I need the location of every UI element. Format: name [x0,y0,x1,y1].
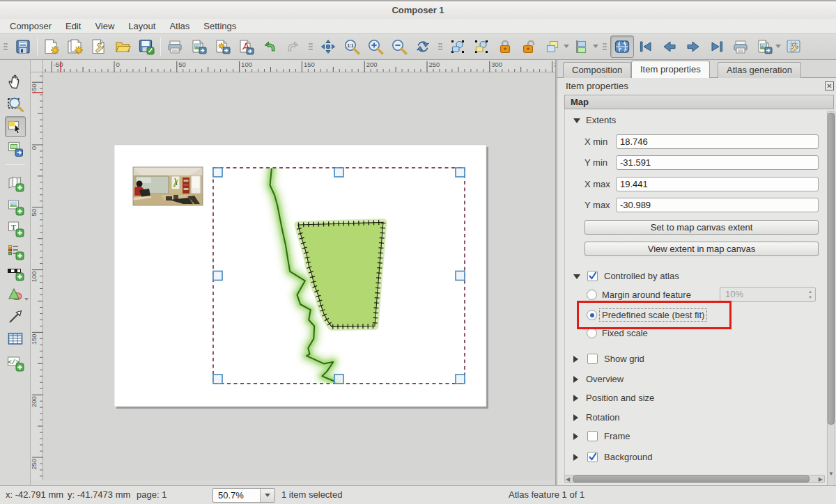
save-as-template-button[interactable] [134,36,158,58]
expand-arrow-icon[interactable] [573,433,578,440]
deselect-all-items-button[interactable] [470,36,493,58]
button-set-to-map-canvas-extent[interactable]: Set to map canvas extent [585,220,819,235]
atlas-first-feature-button[interactable] [634,36,658,58]
add-basic-shape-button[interactable] [5,284,26,305]
checkbox-background[interactable] [587,452,598,462]
menu-layout[interactable]: Layout [121,19,162,33]
add-image-button[interactable] [5,196,26,217]
dropdown-arrow-icon[interactable] [24,298,29,301]
redo-button[interactable] [281,36,305,58]
lock-selected-items-button[interactable] [493,36,517,58]
expand-arrow-icon[interactable] [573,414,578,421]
export-as-svg-button[interactable] [210,36,234,58]
align-items-button[interactable] [570,36,594,58]
dropdown-arrow-icon[interactable] [775,45,781,48]
pan-composer-button[interactable] [5,71,26,92]
save-project-button[interactable] [11,36,35,58]
expand-arrow-icon[interactable] [573,454,578,461]
radio-label-margin-around-feature[interactable]: Margin around feature [602,290,691,300]
tab-atlas-generation[interactable]: Atlas generation [718,62,801,78]
zoom-combo-dropdown-icon[interactable] [260,489,274,502]
dropdown-arrow-icon[interactable] [593,45,598,48]
tab-composition[interactable]: Composition [563,62,631,78]
field-y-max[interactable]: -30.989 [616,198,819,212]
group-label-position-and-size[interactable]: Position and size [586,393,654,403]
composition-manager-button[interactable] [87,36,111,58]
group-label-frame[interactable]: Frame [604,431,630,441]
radio-margin-around-feature[interactable] [587,290,597,300]
menu-atlas[interactable]: Atlas [162,19,196,33]
select-all-items-button[interactable] [446,36,470,58]
menu-edit[interactable]: Edit [59,19,88,33]
zoom-full-button[interactable] [316,36,340,58]
refresh-view-button[interactable] [411,36,435,58]
spinner-margin-value[interactable]: 10%▲▼ [720,287,816,302]
menu-settings[interactable]: Settings [196,19,243,33]
radio-fixed-scale[interactable] [587,328,597,338]
picture-item[interactable] [133,167,203,205]
dropdown-arrow-icon[interactable] [564,45,569,48]
export-as-pdf-button[interactable] [234,36,258,58]
preview-atlas-button[interactable] [610,36,634,58]
map-item[interactable] [213,168,465,384]
expand-arrow-icon[interactable] [573,395,578,402]
group-label-rotation[interactable]: Rotation [586,412,619,423]
dock-close-button[interactable]: ✕ [825,81,834,90]
button-view-extent-in-map-canvas[interactable]: View extent in map canvas [585,242,819,256]
spinner-arrows-icon[interactable]: ▲▼ [808,289,812,300]
zoom-100-button[interactable]: 1:1 [340,36,364,58]
checkbox-show-grid[interactable] [587,354,598,364]
scroll-right-arrow[interactable]: ▶ [819,476,823,482]
print-atlas-button[interactable] [729,36,752,58]
field-x-max[interactable]: 19.441 [616,177,819,191]
atlas-last-feature-button[interactable] [705,36,729,58]
group-label-show-grid[interactable]: Show grid [604,354,644,364]
group-label-controlled-by-atlas[interactable]: Controlled by atlas [604,271,679,281]
add-attribute-table-button[interactable] [5,329,26,349]
add-html-frame-button[interactable]: </> [5,352,26,373]
atlas-next-feature-button[interactable] [681,36,705,58]
composition-canvas[interactable] [43,72,555,480]
scroll-left-arrow[interactable]: ◀ [566,476,570,482]
radio-label-fixed-scale[interactable]: Fixed scale [602,328,648,338]
atlas-settings-button[interactable] [782,36,805,58]
add-new-scalebar-button[interactable] [5,262,26,283]
checkbox-controlled-by-atlas[interactable] [587,271,598,281]
zoom-level-combobox[interactable]: 50.7% [212,488,275,503]
collapse-arrow-icon[interactable] [573,118,580,123]
menu-composer[interactable]: Composer [3,19,59,33]
new-composition-button[interactable] [40,36,63,58]
zoom-out-button[interactable] [387,36,411,58]
add-new-label-button[interactable]: T [5,218,26,239]
field-y-min[interactable]: -31.591 [616,155,819,170]
panel-horizontal-scrollbar[interactable]: ◀ ▶ [564,475,825,483]
select-move-item-button[interactable] [5,116,26,137]
window-titlebar[interactable]: Composer 1 [0,0,836,19]
group-label-background[interactable]: Background [604,452,652,462]
add-items-from-template-button[interactable] [111,36,134,58]
add-arrow-button[interactable] [5,306,26,327]
export-atlas-as-image-button[interactable] [752,36,776,58]
group-label-overview[interactable]: Overview [586,374,624,384]
add-new-map-button[interactable] [5,173,26,194]
print-composition-button[interactable] [163,36,187,58]
move-item-content-button[interactable] [5,139,26,159]
group-label-extents[interactable]: Extents [586,115,616,125]
atlas-previous-feature-button[interactable] [658,36,681,58]
add-new-legend-button[interactable] [5,241,26,262]
zoom-in-button[interactable] [364,36,387,58]
expand-arrow-icon[interactable] [573,376,578,383]
tab-item-properties[interactable]: Item properties [631,61,710,78]
undo-button[interactable] [258,36,281,58]
scroll-down-arrow[interactable]: ▼ [828,471,834,477]
expand-arrow-icon[interactable] [573,356,578,363]
panel-vertical-scrollbar[interactable]: ▼ [827,111,835,504]
menu-view[interactable]: View [88,19,121,33]
checkbox-frame[interactable] [587,431,598,441]
unlock-all-items-button[interactable] [517,36,541,58]
group-items-button[interactable] [541,36,564,58]
collapse-arrow-icon[interactable] [573,274,580,279]
field-x-min[interactable]: 18.746 [616,134,819,149]
zoom-tool-button[interactable] [5,94,26,115]
export-as-image-button[interactable] [187,36,210,58]
